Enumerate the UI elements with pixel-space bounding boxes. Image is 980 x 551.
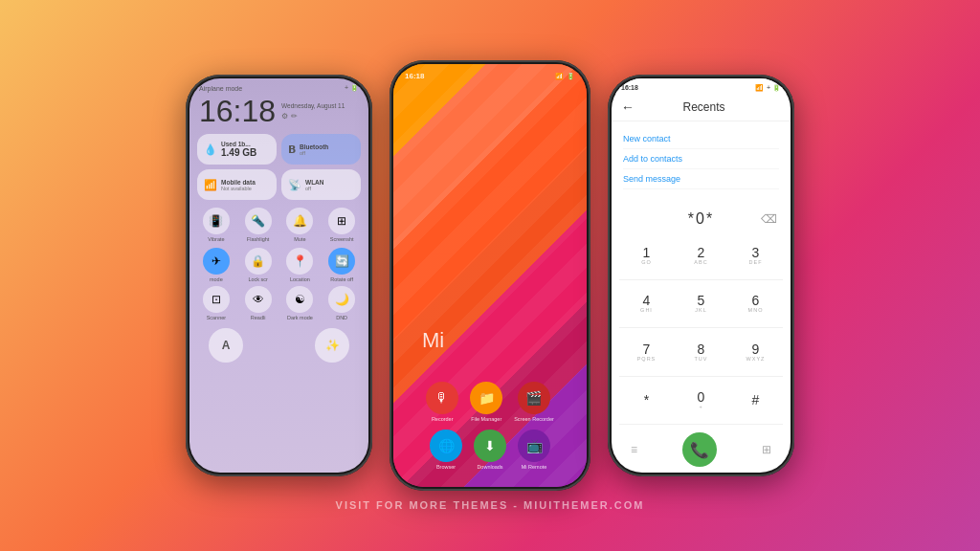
cc-wifi-icon: 📡 (288, 179, 301, 191)
dialer-key-7[interactable]: 7 PQRS (619, 328, 674, 377)
home-apps-row1: 🎙 Recorder 📁 File Manager 🎬 Screen Recor… (393, 382, 587, 422)
cc-quick-row1: 📳 Vibrate 🔦 Flashlight 🔔 Mute ⊞ Screensh… (189, 204, 368, 246)
home-app-miremote[interactable]: 📺 Mi Remote (518, 430, 550, 470)
cc-brightness-btn[interactable]: ✨ (315, 328, 349, 363)
dialer-grid-icon[interactable]: ⊞ (762, 443, 771, 456)
cc-tile-wlan[interactable]: 📡 WLAN off (281, 169, 361, 200)
dialer-call-button[interactable]: 📞 (682, 432, 717, 467)
home-signal-icon: 📶 (555, 73, 564, 80)
home-time: 16:18 (405, 72, 424, 80)
phone-dialer: 16:18 📶 + 🔋 ← Recents New contact Add to… (608, 75, 794, 476)
cc-rotate-icon: 🔄 (328, 248, 355, 275)
cc-flashlight-icon: 🔦 (245, 208, 272, 234)
dialer-battery-icon: + 🔋 (767, 84, 781, 92)
dialer-key-8[interactable]: 8 TUV (674, 328, 728, 377)
browser-icon: 🌐 (430, 430, 462, 462)
cc-font-btn[interactable]: A (209, 328, 243, 363)
cc-battery-icon: + 🔋 (345, 84, 359, 92)
cc-settings-icon[interactable]: ⚙ (281, 112, 288, 121)
phones-container: Airplane mode + 🔋 16:18 Wednesday, Augus… (0, 0, 980, 551)
dialer-time: 16:18 (621, 84, 638, 92)
cc-screenshot-btn[interactable]: ⊞ Screensht (323, 208, 361, 242)
dialer-screen: 16:18 📶 + 🔋 ← Recents New contact Add to… (612, 78, 791, 473)
cc-airplane-label: Airplane mode (199, 85, 242, 92)
dialer-menu-icon[interactable]: ≡ (631, 443, 637, 456)
home-app-recorder[interactable]: 🎙 Recorder (426, 382, 458, 422)
cc-darkmode-icon: ☯ (286, 286, 313, 313)
dialer-key-hash[interactable]: # (728, 377, 783, 426)
dialer-key-9[interactable]: 9 WXYZ (728, 328, 783, 377)
dialer-bottom-row: ≡ 📞 ⊞ (612, 425, 791, 473)
cc-screen: Airplane mode + 🔋 16:18 Wednesday, Augus… (189, 78, 368, 473)
cc-location-btn[interactable]: 📍 Location (281, 248, 320, 282)
cc-mobiledata-icon: 📶 (204, 179, 217, 191)
cc-quick-row3: ⊡ Scanner 👁 Readli ☯ Dark mode 🌙 DND (189, 284, 368, 322)
cc-tile-bluetooth-info: Bluetooth off (300, 143, 328, 156)
dialer-back-button[interactable]: ← (621, 99, 635, 115)
cc-mute-btn[interactable]: 🔔 Mute (281, 208, 320, 242)
cc-mute-icon: 🔔 (286, 208, 313, 234)
filemanager-icon: 📁 (470, 382, 502, 414)
home-mi-text: Mi (422, 328, 444, 353)
dialer-status-right: 📶 + 🔋 (755, 84, 781, 92)
dialer-display: *0* ⌫ (612, 203, 791, 231)
cc-reading-btn[interactable]: 👁 Readli (239, 286, 278, 320)
dialer-key-star[interactable]: * (619, 377, 674, 426)
cc-scanner-btn[interactable]: ⊡ Scanner (197, 286, 235, 320)
cc-status-bar: Airplane mode + 🔋 (189, 78, 368, 94)
dialer-call-icon: 📞 (690, 441, 709, 459)
dialer-send-message[interactable]: Send message (623, 169, 779, 189)
home-app-screenrecorder[interactable]: 🎬 Screen Recorder (514, 382, 554, 422)
home-app-downloads[interactable]: ⬇ Downloads (474, 430, 506, 470)
dialer-key-4[interactable]: 4 GHI (619, 280, 674, 329)
cc-tile-storage[interactable]: 💧 Used 1b... 1.49 GB (197, 134, 277, 165)
cc-edit-icon[interactable]: ✏ (291, 112, 298, 121)
cc-reading-icon: 👁 (245, 286, 272, 313)
cc-rotate-btn[interactable]: 🔄 Rotate off (323, 248, 361, 282)
dialer-new-contact[interactable]: New contact (623, 129, 779, 149)
cc-tile-bluetooth[interactable]: 𝗕 Bluetooth off (281, 134, 361, 165)
dialer-key-0[interactable]: 0 + (674, 377, 728, 426)
cc-flashlight-btn[interactable]: 🔦 Flashlight (239, 208, 278, 242)
cc-darkmode-btn[interactable]: ☯ Dark mode (281, 286, 320, 320)
phone-home: 16:18 📶 🔋 Mi 🎙 Recorder (390, 60, 590, 491)
cc-scanner-icon: ⊡ (203, 286, 230, 313)
miremote-icon: 📺 (518, 430, 550, 462)
home-apps-dock: 🎙 Recorder 📁 File Manager 🎬 Screen Recor… (393, 382, 587, 477)
cc-font-icon: A (222, 339, 231, 352)
cc-airplane-icon: ✈ (203, 248, 230, 275)
cc-tile-mobiledata-info: Mobile data Not available (221, 179, 256, 191)
home-screen: 16:18 📶 🔋 Mi 🎙 Recorder (393, 64, 587, 487)
dialer-header: ← Recents (612, 94, 791, 121)
cc-date-area: Wednesday, August 11 ⚙ ✏ (281, 102, 345, 121)
cc-vibrate-icon: 📳 (203, 208, 230, 234)
cc-tile-wlan-info: WLAN off (305, 179, 324, 191)
cc-lockscreen-btn[interactable]: 🔒 Lock scr (239, 248, 278, 282)
dialer-key-1[interactable]: 1 GO (619, 231, 674, 280)
dialer-key-5[interactable]: 5 JKL (674, 280, 728, 329)
cc-status-right: + 🔋 (345, 84, 359, 92)
cc-screenshot-icon: ⊞ (328, 208, 355, 234)
home-status-right: 📶 🔋 (555, 72, 575, 80)
home-apps-row2: 🌐 Browser ⬇ Downloads 📺 Mi Remote (393, 430, 587, 470)
watermark: VISIT FOR MORE THEMES - MIUITHEMER.COM (336, 499, 645, 511)
cc-dnd-icon: 🌙 (328, 286, 355, 313)
downloads-icon: ⬇ (474, 430, 506, 462)
cc-dnd-btn[interactable]: 🌙 DND (323, 286, 361, 320)
cc-airplane-btn[interactable]: ✈ mode (197, 248, 235, 282)
dialer-key-2[interactable]: 2 ABC (674, 231, 728, 280)
cc-vibrate-btn[interactable]: 📳 Vibrate (197, 208, 235, 242)
dialer-key-3[interactable]: 3 DEF (728, 231, 783, 280)
cc-location-icon: 📍 (286, 248, 313, 275)
dialer-number-display: *0* (688, 210, 714, 228)
screenrecorder-icon: 🎬 (518, 382, 550, 414)
cc-tile-mobiledata[interactable]: 📶 Mobile data Not available (197, 169, 277, 200)
dialer-menu-items: New contact Add to contacts Send message (612, 121, 791, 197)
dialer-backspace-button[interactable]: ⌫ (761, 212, 777, 226)
dialer-keypad: 1 GO 2 ABC 3 DEF 4 GHI (612, 231, 791, 425)
dialer-key-6[interactable]: 6 MNO (728, 280, 783, 329)
cc-bottom-row: A ✨ (189, 322, 368, 366)
home-app-browser[interactable]: 🌐 Browser (430, 430, 462, 470)
home-app-filemanager[interactable]: 📁 File Manager (470, 382, 502, 422)
dialer-add-contacts[interactable]: Add to contacts (623, 149, 779, 169)
